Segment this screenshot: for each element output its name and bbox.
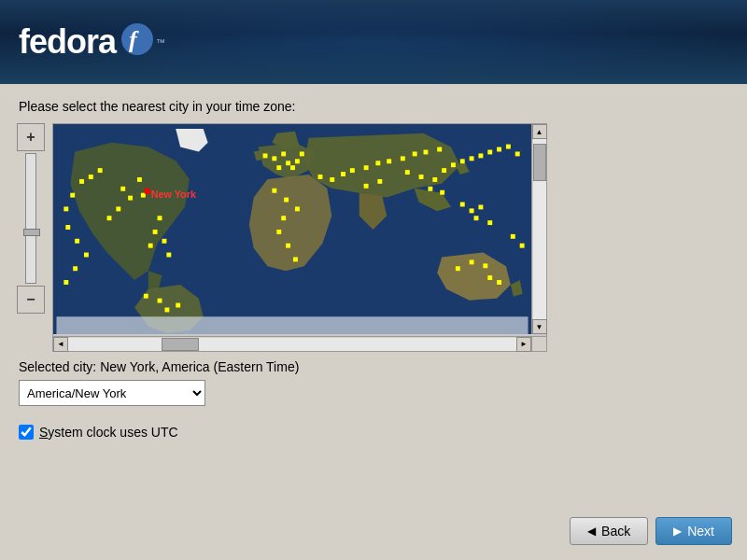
svg-rect-70 xyxy=(511,234,515,239)
svg-rect-35 xyxy=(341,172,345,176)
svg-rect-41 xyxy=(413,151,417,156)
svg-rect-23 xyxy=(290,165,295,170)
svg-rect-54 xyxy=(506,145,511,149)
svg-rect-79 xyxy=(79,179,84,184)
svg-rect-80 xyxy=(89,175,93,179)
svg-rect-40 xyxy=(401,156,405,161)
svg-rect-44 xyxy=(405,170,410,175)
svg-rect-30 xyxy=(276,230,281,234)
utc-checkbox-label[interactable]: System clock uses UTC xyxy=(39,425,178,440)
navigation-buttons: ◀ Back ▶ Next xyxy=(570,517,732,545)
scroll-down-button[interactable]: ▼ xyxy=(532,319,547,334)
horizontal-scrollbar[interactable]: ◄ ► xyxy=(53,336,531,351)
svg-rect-77 xyxy=(63,206,68,211)
svg-text:New York: New York xyxy=(151,189,197,200)
svg-rect-34 xyxy=(330,177,334,182)
scroll-v-track[interactable] xyxy=(533,139,546,319)
svg-rect-4 xyxy=(120,187,125,191)
fedora-trademark: ™ xyxy=(156,37,165,48)
back-button[interactable]: ◀ Back xyxy=(570,517,648,545)
main-content: Please select the nearest city in your t… xyxy=(0,84,747,560)
svg-rect-78 xyxy=(70,193,75,198)
svg-rect-8 xyxy=(107,216,112,220)
zoom-in-button[interactable]: + xyxy=(17,123,45,151)
svg-rect-74 xyxy=(63,280,68,285)
scroll-h-thumb[interactable] xyxy=(162,338,199,351)
svg-rect-66 xyxy=(470,259,474,264)
svg-rect-56 xyxy=(364,184,369,189)
svg-rect-58 xyxy=(428,187,432,191)
selected-city-display: Selected city: New York, America (Easter… xyxy=(19,359,728,374)
svg-rect-76 xyxy=(65,225,70,230)
scroll-left-button[interactable]: ◄ xyxy=(53,337,68,352)
next-icon: ▶ xyxy=(673,525,682,538)
header: fedora f ™ xyxy=(0,0,747,84)
svg-rect-49 xyxy=(460,159,465,163)
svg-rect-18 xyxy=(263,153,268,158)
svg-rect-50 xyxy=(470,156,474,161)
svg-rect-45 xyxy=(419,175,424,179)
world-map-svg: New York xyxy=(53,124,531,334)
svg-rect-73 xyxy=(73,266,78,271)
svg-rect-16 xyxy=(158,299,162,303)
svg-rect-43 xyxy=(437,147,442,152)
vertical-scrollbar[interactable]: ▲ ▼ xyxy=(531,124,546,334)
svg-rect-7 xyxy=(116,206,120,211)
scrollbar-corner xyxy=(531,336,546,351)
svg-rect-3 xyxy=(137,177,142,182)
back-label: Back xyxy=(601,524,630,539)
svg-rect-12 xyxy=(162,239,166,244)
svg-rect-51 xyxy=(478,153,483,158)
svg-rect-60 xyxy=(460,203,465,207)
timezone-prompt: Please select the nearest city in your t… xyxy=(19,99,728,114)
svg-rect-26 xyxy=(272,189,276,193)
fedora-f-icon: f xyxy=(120,21,155,57)
map-container[interactable]: New York ▲ ▼ ◄ ► xyxy=(52,123,547,352)
back-icon: ◀ xyxy=(587,525,596,538)
zoom-controls: + − xyxy=(17,123,45,314)
svg-rect-5 xyxy=(128,196,133,201)
svg-rect-67 xyxy=(483,263,487,268)
svg-rect-82 xyxy=(145,189,150,194)
svg-rect-62 xyxy=(478,204,483,209)
svg-rect-21 xyxy=(286,161,290,165)
svg-rect-61 xyxy=(470,208,474,213)
scroll-up-button[interactable]: ▲ xyxy=(532,124,547,139)
fedora-logo: fedora f ™ xyxy=(19,21,165,63)
svg-rect-37 xyxy=(364,165,369,170)
next-button[interactable]: ▶ Next xyxy=(655,517,732,545)
utc-checkbox-row: System clock uses UTC xyxy=(19,425,728,440)
svg-rect-72 xyxy=(84,253,89,258)
svg-rect-65 xyxy=(456,266,460,271)
utc-checkbox[interactable] xyxy=(19,425,34,440)
scroll-h-track[interactable] xyxy=(68,338,516,351)
svg-rect-63 xyxy=(474,216,479,220)
scroll-v-thumb[interactable] xyxy=(533,144,546,181)
svg-rect-38 xyxy=(375,161,380,165)
svg-rect-27 xyxy=(284,198,289,203)
svg-rect-71 xyxy=(520,244,525,248)
svg-rect-69 xyxy=(497,280,501,285)
svg-rect-68 xyxy=(487,275,492,280)
svg-rect-17 xyxy=(144,294,148,299)
zoom-slider-thumb[interactable] xyxy=(23,229,40,236)
svg-rect-29 xyxy=(281,216,286,220)
scroll-right-button[interactable]: ► xyxy=(516,337,531,352)
svg-rect-46 xyxy=(432,177,437,182)
svg-rect-33 xyxy=(318,175,323,179)
svg-rect-59 xyxy=(440,190,444,195)
zoom-slider-track xyxy=(25,153,36,284)
svg-rect-57 xyxy=(377,179,382,184)
timezone-select[interactable]: America/New York America/Chicago America… xyxy=(19,380,205,406)
svg-rect-32 xyxy=(293,257,298,261)
svg-rect-19 xyxy=(272,156,276,161)
svg-rect-75 xyxy=(75,239,79,244)
svg-rect-28 xyxy=(295,206,300,211)
svg-rect-22 xyxy=(276,165,281,170)
zoom-out-button[interactable]: − xyxy=(17,286,45,314)
svg-rect-53 xyxy=(497,147,501,152)
fedora-wordmark: fedora xyxy=(19,22,116,62)
svg-rect-52 xyxy=(487,150,492,155)
svg-rect-20 xyxy=(281,151,286,156)
map-area[interactable]: New York xyxy=(53,124,531,334)
